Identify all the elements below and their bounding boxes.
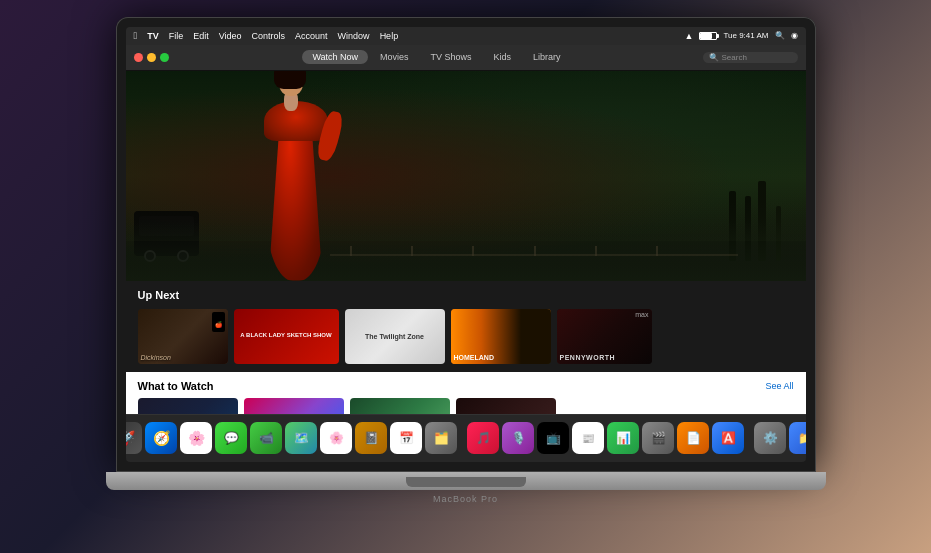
dock: 😊 🚀 🧭 🌸 [126,414,806,462]
thumb-black-lady-sketch[interactable]: A Black Lady Sketch Show [234,309,339,364]
content-area: Up Next 🍎 Dickinson [126,71,806,414]
dock-safari[interactable]: 🧭 [145,422,177,454]
menu-file[interactable]: File [169,31,184,41]
section-header: What to Watch See All [138,380,794,392]
tab-kids[interactable]: Kids [484,50,522,64]
wtw-item-3[interactable] [350,398,450,414]
tab-watch-now[interactable]: Watch Now [302,50,368,64]
spotlight-icon[interactable]: 🔍 [775,31,785,40]
wifi-icon: ▲ [685,31,694,41]
tab-tv-shows[interactable]: TV Shows [421,50,482,64]
laptop-notch [406,477,526,487]
title-bar: Watch Now Movies TV Shows Kids Library 🔍… [126,45,806,71]
up-next-row: 🍎 Dickinson A Black Lady Sketch Show [138,309,794,364]
minimize-button[interactable] [147,53,156,62]
hero-section [126,71,806,281]
dock-launchpad[interactable]: 🚀 [126,422,143,454]
thumb-homeland[interactable]: HOMELAND [451,309,551,364]
thumb-pennyworth[interactable]: PENNYWORTH max [557,309,652,364]
macos-window:  TV File Edit Video Controls Account Wi… [126,27,806,462]
menu-account[interactable]: Account [295,31,328,41]
dock-appstore[interactable]: 🅰️ [712,422,744,454]
laptop-model-name: MacBook Pro [106,494,826,504]
dock-podcasts[interactable]: 🎙️ [502,422,534,454]
dock-apple-tv[interactable]: 📺 [537,422,569,454]
dock-news[interactable]: 📰 [572,422,604,454]
thumb-twilight-zone[interactable]: The Twilight Zone [345,309,445,364]
siri-icon[interactable]: ◉ [791,31,798,40]
hero-figure [246,71,346,281]
battery-indicator [699,32,717,40]
dock-photos-lib[interactable]: 🌸 [320,422,352,454]
traffic-lights [134,53,169,62]
dock-photos[interactable]: 🌸 [180,422,212,454]
dock-music[interactable]: 🎵 [467,422,499,454]
up-next-section: Up Next 🍎 Dickinson [126,281,806,372]
laptop:  TV File Edit Video Controls Account Wi… [106,17,826,537]
dock-pages[interactable]: 📄 [677,422,709,454]
nav-tabs: Watch Now Movies TV Shows Kids Library [302,50,570,64]
menu-tv[interactable]: TV [147,31,159,41]
dock-imovie[interactable]: 🎬 [642,422,674,454]
dock-facetime[interactable]: 📹 [250,422,282,454]
dock-maps[interactable]: 🗺️ [285,422,317,454]
thumb-dickinson[interactable]: 🍎 Dickinson [138,309,228,364]
see-all-button[interactable]: See All [765,381,793,391]
apple-menu[interactable]:  [134,30,138,41]
dock-notebooks[interactable]: 📓 [355,422,387,454]
menu-bar-right: ▲ Tue 9:41 AM 🔍 ◉ [685,31,798,41]
menu-video[interactable]: Video [219,31,242,41]
dock-numbers[interactable]: 📊 [607,422,639,454]
what-to-watch-title: What to Watch [138,380,214,392]
menu-controls[interactable]: Controls [252,31,286,41]
dock-folder[interactable]: 📁 [789,422,806,454]
wtw-item-4[interactable] [456,398,556,414]
menu-edit[interactable]: Edit [193,31,209,41]
search-bar[interactable]: 🔍 Search [703,52,798,63]
dock-messages[interactable]: 💬 [215,422,247,454]
menu-help[interactable]: Help [380,31,399,41]
zoom-button[interactable] [160,53,169,62]
close-button[interactable] [134,53,143,62]
what-to-watch-section: What to Watch See All [126,372,806,414]
up-next-title: Up Next [138,289,794,301]
clock: Tue 9:41 AM [723,31,768,40]
dock-calendar[interactable]: 📅 [390,422,422,454]
apple-tv-app: Watch Now Movies TV Shows Kids Library 🔍… [126,45,806,462]
wtw-row [138,398,794,414]
menu-bar:  TV File Edit Video Controls Account Wi… [126,27,806,45]
tab-library[interactable]: Library [523,50,571,64]
dock-system-prefs[interactable]: ⚙️ [754,422,786,454]
screen-bezel:  TV File Edit Video Controls Account Wi… [116,17,816,472]
search-icon: 🔍 [709,53,719,62]
wtw-item-2[interactable] [244,398,344,414]
screen:  TV File Edit Video Controls Account Wi… [126,27,806,462]
search-placeholder: Search [722,53,792,62]
laptop-base: MacBook Pro [106,472,826,490]
menu-bar-left:  TV File Edit Video Controls Account Wi… [134,30,399,41]
wtw-item-1[interactable] [138,398,238,414]
mist [126,201,806,241]
menu-window[interactable]: Window [338,31,370,41]
tab-movies[interactable]: Movies [370,50,419,64]
dock-manager[interactable]: 🗂️ [425,422,457,454]
